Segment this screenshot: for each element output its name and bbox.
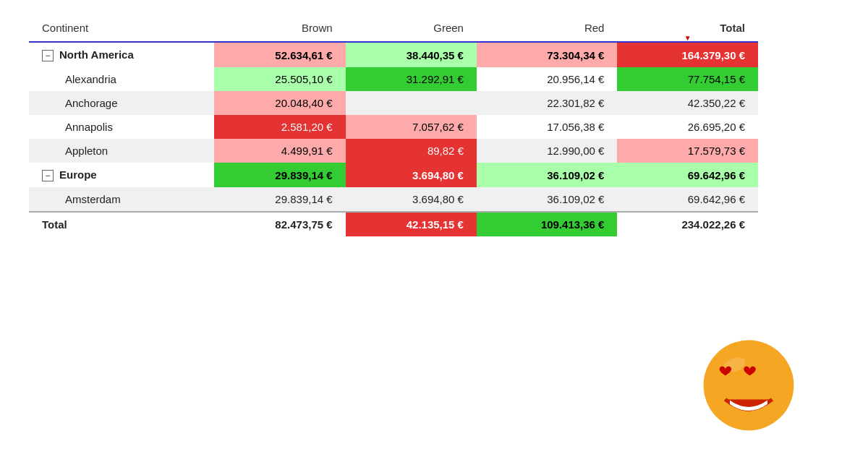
table-row: Amsterdam29.839,14 €3.694,80 €36.109,02 … [29, 187, 758, 212]
header-green: Green [346, 14, 477, 42]
header-brown: Brown [214, 14, 345, 42]
cell-green [346, 91, 477, 115]
cell-red: 73.304,34 € [477, 42, 618, 67]
cell-continent[interactable]: −North America [29, 42, 214, 67]
emoji-face [702, 338, 796, 432]
table-row: Total82.473,75 €42.135,15 €109.413,36 €2… [29, 212, 758, 236]
table-row: Anchorage20.048,40 €22.301,82 €42.350,22… [29, 91, 758, 115]
cell-total: 69.642,96 € [617, 163, 758, 187]
header-red: Red [477, 14, 618, 42]
header-total[interactable]: Total [617, 14, 758, 42]
cell-continent: Alexandria [29, 67, 214, 91]
cell-green: 3.694,80 € [346, 187, 477, 212]
cell-continent: Appleton [29, 139, 214, 163]
cell-continent[interactable]: −Europe [29, 163, 214, 187]
cell-green: 38.440,35 € [346, 42, 477, 67]
cell-total: 77.754,15 € [617, 67, 758, 91]
cell-red: 109.413,36 € [477, 212, 618, 236]
cell-brown: 25.505,10 € [214, 67, 345, 91]
cell-green: 31.292,91 € [346, 67, 477, 91]
cell-green: 7.057,62 € [346, 115, 477, 139]
header-continent: Continent [29, 14, 214, 42]
table-wrapper: Continent Brown Green Red Total −North A… [0, 0, 868, 251]
table-row: −Europe29.839,14 €3.694,80 €36.109,02 €6… [29, 163, 758, 187]
cell-total: 17.579,73 € [617, 139, 758, 163]
cell-green: 3.694,80 € [346, 163, 477, 187]
table-row: Alexandria25.505,10 €31.292,91 €20.956,1… [29, 67, 758, 91]
cell-total: 164.379,30 € [617, 42, 758, 67]
cell-red: 20.956,14 € [477, 67, 618, 91]
cell-continent: Annapolis [29, 115, 214, 139]
data-table: Continent Brown Green Red Total −North A… [29, 14, 758, 236]
cell-red: 12.990,00 € [477, 139, 618, 163]
cell-red: 22.301,82 € [477, 91, 618, 115]
cell-red: 36.109,02 € [477, 163, 618, 187]
cell-red: 17.056,38 € [477, 115, 618, 139]
cell-total: 42.350,22 € [617, 91, 758, 115]
expand-icon[interactable]: − [42, 170, 54, 181]
table-row: Appleton4.499,91 €89,82 €12.990,00 €17.5… [29, 139, 758, 163]
cell-continent: Total [29, 212, 214, 236]
cell-continent: Amsterdam [29, 187, 214, 212]
cell-brown: 2.581,20 € [214, 115, 345, 139]
cell-total: 26.695,20 € [617, 115, 758, 139]
cell-green: 42.135,15 € [346, 212, 477, 236]
cell-total: 234.022,26 € [617, 212, 758, 236]
table-row: Annapolis2.581,20 €7.057,62 €17.056,38 €… [29, 115, 758, 139]
cell-brown: 82.473,75 € [214, 212, 345, 236]
cell-brown: 29.839,14 € [214, 187, 345, 212]
cell-brown: 20.048,40 € [214, 91, 345, 115]
cell-brown: 29.839,14 € [214, 163, 345, 187]
cell-green: 89,82 € [346, 139, 477, 163]
cell-brown: 52.634,61 € [214, 42, 345, 67]
cell-red: 36.109,02 € [477, 187, 618, 212]
cell-continent: Anchorage [29, 91, 214, 115]
svg-point-0 [704, 340, 794, 431]
cell-brown: 4.499,91 € [214, 139, 345, 163]
expand-icon[interactable]: − [42, 50, 54, 61]
cell-total: 69.642,96 € [617, 187, 758, 212]
table-row: −North America52.634,61 €38.440,35 €73.3… [29, 42, 758, 67]
